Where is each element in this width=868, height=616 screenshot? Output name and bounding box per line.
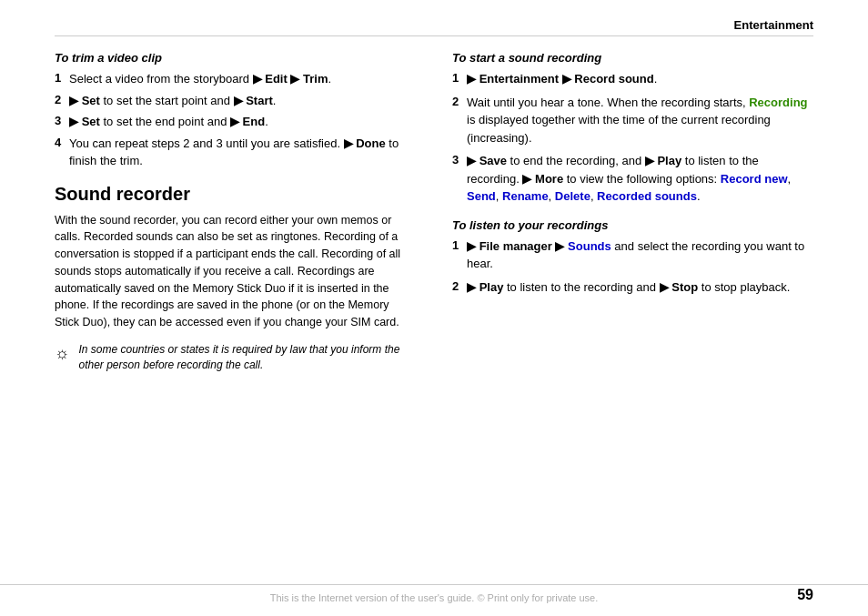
list-item: 2 Wait until you hear a tone. When the r… [452,94,813,147]
cmd-arrow2: ▶ [562,72,571,86]
listen-recordings-list: 1 ▶ File manager ▶ Sounds and select the… [452,237,813,297]
cmd-trim: Trim [303,72,328,86]
cmd-more: More [535,172,563,186]
option-send: Send [467,189,496,203]
option-record-new: Record new [721,172,788,186]
start-recording-section: To start a sound recording 1 ▶ Entertain… [452,51,813,206]
sound-recorder-body: With the sound recorder, you can record … [55,212,416,331]
header-title: Entertainment [734,18,813,32]
cmd-arrow2: ▶ [660,280,669,294]
list-item: 2 ▶ Play to listen to the recording and … [452,278,813,297]
cmd-start: Start [246,94,273,107]
cmd-arrow2: ▶ [230,115,239,128]
cmd-play: Play [479,280,504,294]
list-item: 3 ▶ Set to set the end point and ▶ End. [55,113,416,131]
cmd-end: End [243,115,266,128]
list-number: 3 [452,152,461,206]
footer: This is the Internet version of the user… [0,584,868,603]
content-area: To trim a video clip 1 Select a video fr… [55,51,813,374]
page-header: Entertainment [55,18,813,36]
option-recorded-sounds: Recorded sounds [597,189,697,203]
list-text: ▶ File manager ▶ Sounds and select the r… [467,237,813,273]
cmd-record-sound: Record sound [574,72,653,86]
list-item: 1 Select a video from the storyboard ▶ E… [55,70,416,88]
cmd-set2: Set [82,115,100,128]
cmd-arrow: ▶ [467,280,476,294]
trim-section: To trim a video clip 1 Select a video fr… [55,51,416,170]
listen-recordings-section: To listen to your recordings 1 ▶ File ma… [452,218,813,297]
list-item: 1 ▶ Entertainment ▶ Record sound. [452,70,813,88]
cmd-sounds: Sounds [568,239,611,253]
page-number: 59 [797,587,813,603]
sound-recorder-heading: Sound recorder [55,183,416,205]
cmd-arrow: ▶ [69,115,78,128]
start-recording-title: To start a sound recording [452,51,813,65]
list-text: ▶ Entertainment ▶ Record sound. [467,70,813,88]
cmd-file-manager: File manager [479,239,552,253]
cmd-arrow2: ▶ [290,72,303,86]
trim-list: 1 Select a video from the storyboard ▶ E… [55,70,416,170]
cmd-edit: Edit [265,72,288,86]
list-text: Wait until you hear a tone. When the rec… [467,94,813,147]
list-number: 2 [55,92,64,110]
list-text: ▶ Play to listen to the recording and ▶ … [467,278,813,297]
list-text: ▶ Save to end the recording, and ▶ Play … [467,152,813,206]
cmd-stop: Stop [671,280,698,294]
footer-text: This is the Internet version of the user… [270,592,599,603]
list-number: 1 [452,70,461,88]
recording-status: Recording [749,96,807,109]
list-text: ▶ Set to set the end point and ▶ End. [69,113,416,131]
list-item: 1 ▶ File manager ▶ Sounds and select the… [452,237,813,273]
list-text: You can repeat steps 2 and 3 until you a… [69,135,416,170]
list-number: 2 [452,94,461,147]
option-rename: Rename [502,189,549,203]
list-item: 3 ▶ Save to end the recording, and ▶ Pla… [452,152,813,206]
list-item: 4 You can repeat steps 2 and 3 until you… [55,135,416,170]
list-text: Select a video from the storyboard ▶ Edi… [69,70,416,88]
list-number: 3 [55,113,64,131]
cmd-arrow: ▶ [253,72,262,86]
page-container: Entertainment To trim a video clip 1 Sel… [0,0,868,616]
right-column: To start a sound recording 1 ▶ Entertain… [452,51,813,374]
cmd-set: Set [82,94,100,107]
option-delete: Delete [555,189,590,203]
tip-icon: ☼ [55,344,70,363]
cmd-done: Done [356,136,386,150]
cmd-arrow2: ▶ [555,239,564,253]
tip-text: In some countries or states it is requir… [79,342,417,374]
cmd-arrow: ▶ [344,136,353,150]
list-item: 2 ▶ Set to set the start point and ▶ Sta… [55,92,416,110]
cmd-play: Play [657,154,681,167]
list-number: 4 [55,135,64,170]
trim-title: To trim a video clip [55,51,416,65]
listen-recordings-title: To listen to your recordings [452,218,813,232]
cmd-save: Save [479,154,507,167]
left-column: To trim a video clip 1 Select a video fr… [55,51,416,374]
start-recording-list: 1 ▶ Entertainment ▶ Record sound. 2 Wait… [452,70,813,206]
tip-box: ☼ In some countries or states it is requ… [55,342,416,374]
cmd-arrow: ▶ [69,94,78,107]
list-number: 2 [452,278,461,297]
cmd-entertainment: Entertainment [479,72,559,86]
list-text: ▶ Set to set the start point and ▶ Start… [69,92,416,110]
list-number: 1 [452,237,461,273]
cmd-arrow2: ▶ [234,94,243,107]
cmd-arrow2: ▶ [645,154,654,167]
cmd-arrow: ▶ [467,72,476,86]
cmd-arrow3: ▶ [522,172,531,186]
cmd-arrow: ▶ [467,154,476,167]
cmd-arrow: ▶ [467,239,476,253]
list-number: 1 [55,70,64,88]
